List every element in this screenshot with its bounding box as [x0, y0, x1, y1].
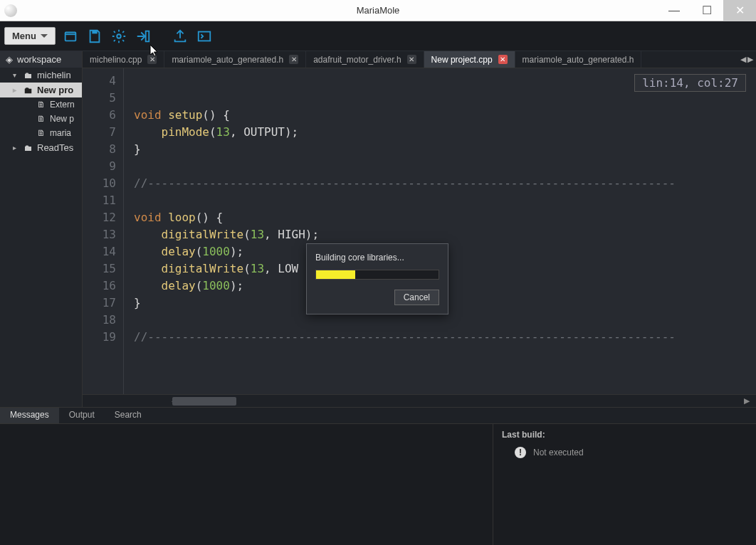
- tab-mariamole-auto-generated-h[interactable]: mariamole_auto_generated.h: [515, 51, 642, 68]
- line-number: 18: [83, 312, 116, 329]
- expand-icon: ▸: [13, 144, 20, 152]
- code-line[interactable]: digitalWrite(13, HIGH);: [134, 226, 756, 243]
- code-line[interactable]: //--------------------------------------…: [134, 175, 756, 192]
- warning-icon: !: [515, 447, 526, 458]
- line-number: 12: [83, 209, 116, 226]
- editor-area: michelino.cpp✕mariamole_auto_generated.h…: [83, 51, 756, 407]
- code-editor[interactable]: 45678910111213141516171819 void setup() …: [83, 68, 756, 394]
- folder-icon: 🖿: [24, 85, 34, 95]
- window-controls: — ☐ ✕: [658, 0, 756, 21]
- upload-icon[interactable]: [171, 27, 189, 46]
- cancel-button[interactable]: Cancel: [394, 290, 439, 305]
- workspace-sidebar: ◈ workspace ▾🖿michelin▸🖿New pro🗎Extern🗎N…: [0, 51, 83, 407]
- window-title: MariaMole: [357, 5, 400, 16]
- tab-adafruit-motor-driver-h[interactable]: adafruit_motor_driver.h✕: [306, 51, 424, 68]
- code-line[interactable]: void setup() {: [134, 107, 756, 124]
- code-line[interactable]: [134, 192, 756, 209]
- tab-label: New project.cpp: [431, 55, 493, 65]
- code-line[interactable]: [134, 90, 756, 107]
- svg-point-2: [117, 34, 121, 38]
- line-number: 9: [83, 158, 116, 175]
- toolbar: Menu: [0, 21, 756, 51]
- tree-label: michelin: [37, 70, 71, 80]
- tree-item-readtes[interactable]: ▸🖿ReadTes: [0, 140, 82, 155]
- svg-rect-0: [65, 32, 76, 41]
- tree-item-michelin[interactable]: ▾🖿michelin: [0, 68, 82, 83]
- bottom-tab-messages[interactable]: Messages: [0, 408, 59, 423]
- bottom-tab-search[interactable]: Search: [105, 408, 152, 423]
- app-icon: [4, 4, 17, 17]
- tab-new-project-cpp[interactable]: New project.cpp✕: [424, 51, 515, 68]
- scroll-right-icon[interactable]: ▶: [739, 395, 755, 407]
- scroll-thumb[interactable]: [172, 397, 236, 406]
- file-tree: ▾🖿michelin▸🖿New pro🗎Extern🗎New p🗎maria▸🖿…: [0, 68, 82, 155]
- menu-label: Menu: [12, 31, 36, 41]
- code-line[interactable]: [134, 158, 756, 175]
- bottom-panel: Last build: ! Not executed: [0, 424, 756, 545]
- messages-panel: [0, 424, 493, 545]
- tab-scroll-left-icon[interactable]: ◀: [740, 55, 746, 64]
- close-button[interactable]: ✕: [723, 0, 756, 21]
- maximize-button[interactable]: ☐: [691, 0, 723, 21]
- svg-rect-1: [92, 30, 97, 33]
- progress-bar: [315, 270, 439, 280]
- sidebar-title: workspace: [17, 54, 61, 65]
- tree-item-extern[interactable]: 🗎Extern: [0, 97, 82, 112]
- terminal-icon[interactable]: [195, 27, 214, 46]
- build-header: Last build:: [502, 430, 747, 440]
- sidebar-header[interactable]: ◈ workspace: [0, 51, 82, 68]
- tree-item-maria[interactable]: 🗎maria: [0, 126, 82, 140]
- tab-label: mariamole_auto_generated.h: [172, 55, 283, 65]
- file-icon: 🗎: [37, 114, 47, 124]
- build-status-text: Not executed: [533, 448, 584, 457]
- line-number: 16: [83, 277, 116, 295]
- bottom-tab-output[interactable]: Output: [59, 408, 105, 423]
- close-icon[interactable]: ✕: [407, 55, 416, 64]
- line-number: 8: [83, 141, 116, 158]
- line-number: 19: [83, 329, 116, 346]
- build-status-panel: Last build: ! Not executed: [493, 424, 756, 545]
- menu-button[interactable]: Menu: [4, 27, 56, 45]
- window-titlebar: MariaMole — ☐ ✕: [0, 0, 756, 21]
- code-line[interactable]: pinMode(13, OUTPUT);: [134, 124, 756, 141]
- close-icon[interactable]: ✕: [289, 55, 298, 64]
- code-line[interactable]: //--------------------------------------…: [134, 329, 756, 346]
- code-content[interactable]: void setup() { pinMode(13, OUTPUT);}//--…: [124, 68, 756, 394]
- build-progress-dialog: Building core libraries... Cancel: [306, 243, 448, 314]
- save-icon[interactable]: [85, 27, 104, 46]
- editor-tabbar: michelino.cpp✕mariamole_auto_generated.h…: [83, 51, 756, 68]
- line-number: 14: [83, 243, 116, 260]
- bottom-tabbar: MessagesOutputSearch: [0, 407, 756, 424]
- tree-item-new-p[interactable]: 🗎New p: [0, 112, 82, 126]
- tab-nav: ◀ ▶: [737, 51, 756, 68]
- editor-hscrollbar[interactable]: ◀ ▶: [83, 394, 756, 407]
- tab-label: adafruit_motor_driver.h: [313, 55, 401, 65]
- open-icon[interactable]: [61, 27, 80, 46]
- tree-item-new-pro[interactable]: ▸🖿New pro: [0, 83, 82, 97]
- line-number: 13: [83, 226, 116, 243]
- tab-michelino-cpp[interactable]: michelino.cpp✕: [83, 51, 164, 68]
- minimize-button[interactable]: —: [658, 0, 691, 21]
- folder-icon: 🖿: [24, 70, 34, 80]
- code-line[interactable]: void loop() {: [134, 209, 756, 226]
- line-number: 10: [83, 175, 116, 192]
- line-number: 6: [83, 107, 116, 124]
- settings-icon[interactable]: [110, 27, 128, 46]
- build-icon[interactable]: [134, 27, 152, 46]
- tab-scroll-right-icon[interactable]: ▶: [747, 55, 753, 64]
- file-icon: 🗎: [37, 128, 47, 138]
- tab-label: mariamole_auto_generated.h: [523, 55, 634, 65]
- code-line[interactable]: }: [134, 141, 756, 158]
- dialog-message: Building core libraries...: [315, 253, 439, 263]
- main-area: ◈ workspace ▾🖿michelin▸🖿New pro🗎Extern🗎N…: [0, 51, 756, 407]
- expand-icon: ▾: [13, 71, 20, 79]
- svg-rect-3: [146, 31, 149, 41]
- close-icon[interactable]: ✕: [147, 55, 157, 64]
- line-number: 11: [83, 192, 116, 209]
- close-icon[interactable]: ✕: [498, 55, 508, 64]
- line-number: 17: [83, 295, 116, 312]
- tab-mariamole-auto-generated-h[interactable]: mariamole_auto_generated.h✕: [164, 51, 306, 68]
- cursor-position: lin:14, col:27: [634, 74, 746, 92]
- folder-icon: 🖿: [24, 143, 34, 153]
- line-number: 5: [83, 90, 116, 107]
